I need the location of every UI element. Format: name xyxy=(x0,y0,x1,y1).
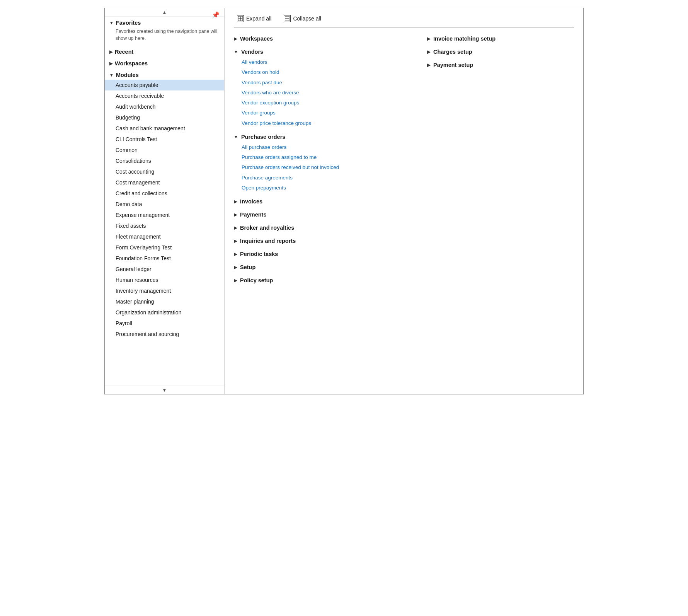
section-links-purchase-orders: All purchase ordersPurchase orders assig… xyxy=(234,142,412,193)
sidebar-item-credit-and-collections[interactable]: Credit and collections xyxy=(105,188,224,199)
section-charges-setup: ▶Charges setup xyxy=(427,46,574,57)
link-vendor-groups[interactable]: Vendor groups xyxy=(242,108,412,118)
sidebar-item-inventory-management[interactable]: Inventory management xyxy=(105,285,224,296)
scroll-up-arrow[interactable]: ▲ xyxy=(105,8,224,17)
sidebar-header-recent[interactable]: ▶ Recent xyxy=(105,46,224,56)
section-inquiries-reports: ▶Inquiries and reports xyxy=(234,235,412,246)
svg-rect-3 xyxy=(285,19,289,19)
chevron-invoice-matching-setup: ▶ xyxy=(427,36,430,41)
sidebar-item-cost-accounting[interactable]: Cost accounting xyxy=(105,166,224,177)
section-periodic-tasks: ▶Periodic tasks xyxy=(234,248,412,259)
chevron-charges-setup: ▶ xyxy=(427,49,430,55)
section-header-payment-setup[interactable]: ▶Payment setup xyxy=(427,59,574,70)
link-purchase-agreements[interactable]: Purchase agreements xyxy=(242,173,412,183)
sidebar-item-organization-administration[interactable]: Organization administration xyxy=(105,307,224,318)
collapse-all-button[interactable]: Collapse all xyxy=(281,14,324,24)
modules-label: Modules xyxy=(116,72,139,78)
section-header-purchase-orders[interactable]: ▼Purchase orders xyxy=(234,131,412,142)
sidebar-header-favorites[interactable]: ▼ Favorites xyxy=(105,17,224,27)
section-label-charges-setup: Charges setup xyxy=(433,49,472,55)
link-vendors-on-hold[interactable]: Vendors on hold xyxy=(242,67,412,77)
collapse-all-label: Collapse all xyxy=(293,15,321,22)
sidebar-item-cli-controls-test[interactable]: CLI Controls Test xyxy=(105,134,224,145)
section-header-invoices[interactable]: ▶Invoices xyxy=(234,195,412,207)
section-policy-setup: ▶Policy setup xyxy=(234,274,412,286)
section-label-broker-royalties: Broker and royalties xyxy=(240,225,294,231)
section-header-payments[interactable]: ▶Payments xyxy=(234,208,412,220)
sidebar-item-accounts-receivable[interactable]: Accounts receivable xyxy=(105,90,224,101)
sidebar-group-recent: ▶ Recent xyxy=(105,46,224,56)
workspaces-label: Workspaces xyxy=(115,60,148,67)
section-label-payment-setup: Payment setup xyxy=(433,62,473,68)
chevron-periodic-tasks: ▶ xyxy=(234,252,237,257)
sidebar-scroll-area[interactable]: ▼ Favorites Favorites created using the … xyxy=(105,17,224,386)
link-purchase-orders-received-but-n[interactable]: Purchase orders received but not invoice… xyxy=(242,162,412,172)
sidebar-item-master-planning[interactable]: Master planning xyxy=(105,296,224,307)
sidebar-item-general-ledger[interactable]: General ledger xyxy=(105,264,224,275)
chevron-setup: ▶ xyxy=(234,265,237,270)
sidebar-header-workspaces[interactable]: ▶ Workspaces xyxy=(105,57,224,68)
section-header-charges-setup[interactable]: ▶Charges setup xyxy=(427,46,574,57)
section-label-invoices: Invoices xyxy=(240,198,262,205)
section-vendors: ▼VendorsAll vendorsVendors on holdVendor… xyxy=(234,46,412,128)
section-header-periodic-tasks[interactable]: ▶Periodic tasks xyxy=(234,248,412,259)
main-columns: ▶Workspaces▼VendorsAll vendorsVendors on… xyxy=(225,32,583,287)
sidebar: 📌 ▲ ▼ Favorites Favorites created using … xyxy=(105,8,225,394)
chevron-favorites: ▼ xyxy=(109,20,114,25)
section-invoice-matching-setup: ▶Invoice matching setup xyxy=(427,32,574,44)
chevron-modules: ▼ xyxy=(109,73,114,77)
chevron-recent: ▶ xyxy=(109,49,112,55)
sidebar-item-fleet-management[interactable]: Fleet management xyxy=(105,231,224,242)
sidebar-item-audit-workbench[interactable]: Audit workbench xyxy=(105,101,224,112)
section-header-vendors[interactable]: ▼Vendors xyxy=(234,46,412,57)
section-setup: ▶Setup xyxy=(234,261,412,273)
link-open-prepayments[interactable]: Open prepayments xyxy=(242,183,412,193)
sidebar-item-cost-management[interactable]: Cost management xyxy=(105,177,224,188)
section-header-broker-royalties[interactable]: ▶Broker and royalties xyxy=(234,222,412,233)
link-vendors-past-due[interactable]: Vendors past due xyxy=(242,78,412,88)
scroll-down-arrow[interactable]: ▼ xyxy=(105,386,224,394)
sidebar-item-fixed-assets[interactable]: Fixed assets xyxy=(105,220,224,231)
link-vendors-who-are-diverse[interactable]: Vendors who are diverse xyxy=(242,88,412,98)
section-header-policy-setup[interactable]: ▶Policy setup xyxy=(234,274,412,286)
section-label-vendors: Vendors xyxy=(241,49,263,55)
section-label-workspaces: Workspaces xyxy=(240,36,273,42)
section-broker-royalties: ▶Broker and royalties xyxy=(234,222,412,233)
section-header-invoice-matching-setup[interactable]: ▶Invoice matching setup xyxy=(427,32,574,44)
section-header-workspaces[interactable]: ▶Workspaces xyxy=(234,32,412,44)
sidebar-item-common[interactable]: Common xyxy=(105,145,224,155)
section-payments: ▶Payments xyxy=(234,208,412,220)
sidebar-item-foundation-forms-test[interactable]: Foundation Forms Test xyxy=(105,253,224,264)
chevron-payment-setup: ▶ xyxy=(427,63,430,68)
sidebar-item-demo-data[interactable]: Demo data xyxy=(105,199,224,210)
section-label-purchase-orders: Purchase orders xyxy=(241,134,285,140)
section-header-setup[interactable]: ▶Setup xyxy=(234,261,412,273)
link-vendor-price-tolerance-groups[interactable]: Vendor price tolerance groups xyxy=(242,118,412,128)
section-invoices: ▶Invoices xyxy=(234,195,412,207)
sidebar-item-consolidations[interactable]: Consolidations xyxy=(105,155,224,166)
sidebar-item-form-overlayering-test[interactable]: Form Overlayering Test xyxy=(105,242,224,253)
section-label-invoice-matching-setup: Invoice matching setup xyxy=(433,36,496,42)
section-label-payments: Payments xyxy=(240,212,267,218)
main-content: Expand all Collapse all ▶Workspaces▼Vend… xyxy=(225,8,583,394)
sidebar-item-expense-management[interactable]: Expense management xyxy=(105,210,224,220)
sidebar-item-cash-and-bank-management[interactable]: Cash and bank management xyxy=(105,123,224,134)
sidebar-item-payroll[interactable]: Payroll xyxy=(105,318,224,329)
sidebar-item-human-resources[interactable]: Human resources xyxy=(105,275,224,285)
sidebar-group-workspaces: ▶ Workspaces xyxy=(105,57,224,68)
sidebar-header-modules[interactable]: ▼ Modules xyxy=(105,69,224,80)
expand-all-button[interactable]: Expand all xyxy=(234,14,274,24)
sidebar-group-modules: ▼ Modules Accounts payableAccounts recei… xyxy=(105,69,224,340)
link-all-purchase-orders[interactable]: All purchase orders xyxy=(242,142,412,152)
link-all-vendors[interactable]: All vendors xyxy=(242,57,412,67)
sidebar-item-accounts-payable[interactable]: Accounts payable xyxy=(105,80,224,90)
section-header-inquiries-reports[interactable]: ▶Inquiries and reports xyxy=(234,235,412,246)
link-vendor-exception-groups[interactable]: Vendor exception groups xyxy=(242,98,412,108)
svg-rect-1 xyxy=(240,17,241,20)
section-payment-setup: ▶Payment setup xyxy=(427,59,574,70)
sidebar-item-procurement-and-sourcing[interactable]: Procurement and sourcing xyxy=(105,329,224,340)
link-purchase-orders-assigned-to-me[interactable]: Purchase orders assigned to me xyxy=(242,152,412,162)
pin-icon[interactable]: 📌 xyxy=(212,11,220,19)
sidebar-item-budgeting[interactable]: Budgeting xyxy=(105,112,224,123)
expand-all-label: Expand all xyxy=(246,15,271,22)
